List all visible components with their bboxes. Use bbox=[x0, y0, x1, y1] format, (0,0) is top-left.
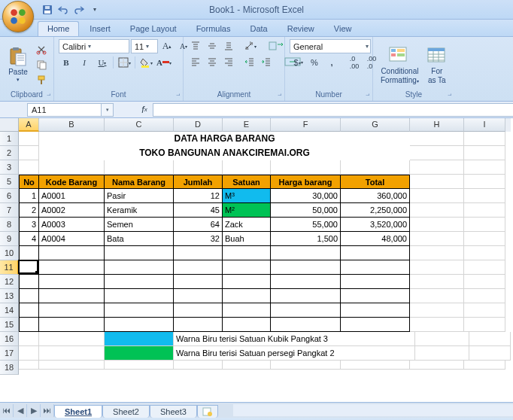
horizontal-scrollbar[interactable] bbox=[233, 404, 513, 416]
cell[interactable]: A0004 bbox=[39, 232, 105, 246]
cell[interactable] bbox=[223, 318, 271, 332]
cell[interactable] bbox=[410, 289, 464, 303]
header-kode[interactable]: Kode Barang bbox=[39, 175, 105, 189]
cell[interactable] bbox=[341, 160, 410, 175]
cell[interactable] bbox=[464, 318, 505, 332]
header-nama[interactable]: Nama Barang bbox=[105, 175, 174, 189]
cell[interactable] bbox=[19, 361, 39, 370]
align-right-button[interactable] bbox=[221, 55, 236, 68]
row-header[interactable]: 14 bbox=[0, 303, 19, 318]
row-header[interactable]: 12 bbox=[0, 275, 19, 289]
new-sheet-button[interactable] bbox=[197, 405, 218, 418]
accounting-format-button[interactable]: $▾ bbox=[290, 56, 305, 69]
cell[interactable] bbox=[341, 303, 410, 318]
row-header[interactable]: 8 bbox=[0, 218, 19, 232]
row-header[interactable]: 2 bbox=[0, 146, 19, 160]
cell[interactable] bbox=[410, 146, 464, 160]
redo-icon[interactable] bbox=[73, 4, 85, 16]
cell[interactable] bbox=[464, 260, 505, 275]
col-header[interactable]: C bbox=[105, 118, 174, 132]
cell[interactable] bbox=[464, 246, 505, 260]
cell[interactable] bbox=[341, 361, 410, 370]
tab-view[interactable]: View bbox=[325, 22, 361, 36]
cell[interactable]: 1 bbox=[19, 189, 39, 203]
font-name-combo[interactable]: Calibri▾ bbox=[59, 39, 129, 53]
align-top-button[interactable] bbox=[188, 39, 203, 53]
header-total[interactable]: Total bbox=[341, 175, 410, 189]
cell[interactable]: M³ bbox=[223, 189, 271, 203]
comma-style-button[interactable]: , bbox=[324, 56, 339, 69]
tab-formulas[interactable]: Formulas bbox=[187, 22, 240, 36]
row-header[interactable]: 18 bbox=[0, 361, 19, 375]
row-header[interactable]: 13 bbox=[0, 289, 19, 303]
cell[interactable] bbox=[271, 260, 341, 275]
cell[interactable] bbox=[464, 275, 505, 289]
cell[interactable]: 1,500 bbox=[271, 232, 341, 246]
col-header[interactable]: A bbox=[19, 118, 39, 132]
cell[interactable]: 2,250,000 bbox=[341, 203, 410, 218]
cell[interactable] bbox=[19, 246, 39, 260]
name-box[interactable]: A11 bbox=[27, 103, 102, 117]
cell[interactable] bbox=[223, 275, 271, 289]
cell[interactable]: Zack bbox=[223, 218, 271, 232]
cell[interactable] bbox=[469, 346, 511, 361]
legend-text-blue[interactable]: Warna Biru terisi Satuan Kubik Pangkat 3 bbox=[174, 332, 415, 346]
row-header[interactable]: 17 bbox=[0, 346, 19, 361]
cell[interactable] bbox=[39, 361, 105, 370]
cell[interactable] bbox=[39, 289, 105, 303]
save-icon[interactable] bbox=[41, 4, 53, 16]
cell[interactable] bbox=[39, 332, 105, 346]
cell[interactable] bbox=[19, 346, 39, 361]
cell[interactable] bbox=[223, 246, 271, 260]
row-header[interactable]: 7 bbox=[0, 203, 19, 218]
italic-button[interactable]: I bbox=[77, 56, 92, 69]
cell[interactable] bbox=[174, 289, 223, 303]
cell[interactable] bbox=[39, 275, 105, 289]
cell[interactable]: Pasir bbox=[105, 189, 174, 203]
cell[interactable] bbox=[410, 260, 464, 275]
cell[interactable] bbox=[271, 318, 341, 332]
cell[interactable] bbox=[19, 289, 39, 303]
cell[interactable] bbox=[410, 132, 464, 146]
cell[interactable] bbox=[39, 160, 105, 175]
cell[interactable] bbox=[341, 275, 410, 289]
cell[interactable] bbox=[464, 146, 505, 160]
cell[interactable] bbox=[410, 189, 464, 203]
cell[interactable]: A0003 bbox=[39, 218, 105, 232]
cell[interactable] bbox=[415, 346, 469, 361]
sheet-nav-prev[interactable]: ◀ bbox=[14, 404, 27, 417]
cell[interactable] bbox=[410, 232, 464, 246]
cell[interactable]: Semen bbox=[105, 218, 174, 232]
sheet-nav-next[interactable]: ▶ bbox=[27, 404, 41, 417]
cell[interactable]: 48,000 bbox=[341, 232, 410, 246]
cell[interactable] bbox=[105, 289, 174, 303]
cell[interactable] bbox=[39, 318, 105, 332]
cell[interactable]: Keramik bbox=[105, 203, 174, 218]
font-size-combo[interactable]: 11▾ bbox=[131, 39, 158, 53]
sheet-nav-first[interactable]: ⏮ bbox=[0, 404, 14, 417]
qat-customize-icon[interactable]: ▾ bbox=[89, 4, 101, 16]
sheet-tab-1[interactable]: Sheet1 bbox=[54, 405, 102, 418]
cell[interactable] bbox=[223, 361, 271, 370]
row-header[interactable]: 16 bbox=[0, 332, 19, 346]
cell[interactable] bbox=[271, 289, 341, 303]
subtitle-cell[interactable]: TOKO BANGUNAN ANAKCIREMAI.ORG bbox=[39, 146, 410, 160]
cell[interactable]: 12 bbox=[174, 189, 223, 203]
align-bottom-button[interactable] bbox=[221, 39, 236, 53]
cell[interactable] bbox=[39, 303, 105, 318]
title-cell[interactable]: DATA HARGA BARANG bbox=[39, 132, 410, 146]
cell[interactable] bbox=[19, 260, 39, 275]
cell[interactable] bbox=[174, 160, 223, 175]
cell[interactable] bbox=[271, 361, 341, 370]
row-header[interactable]: 11 bbox=[0, 260, 19, 275]
cell[interactable] bbox=[464, 175, 505, 189]
cell[interactable] bbox=[105, 260, 174, 275]
cell[interactable] bbox=[464, 203, 505, 218]
format-as-table-button[interactable]: For as Ta bbox=[424, 44, 450, 86]
cell[interactable]: Buah bbox=[223, 232, 271, 246]
cell[interactable] bbox=[19, 160, 39, 175]
cell[interactable] bbox=[341, 289, 410, 303]
col-header[interactable]: I bbox=[464, 118, 505, 132]
header-harga[interactable]: Harga barang bbox=[271, 175, 341, 189]
header-satuan[interactable]: Satuan bbox=[223, 175, 271, 189]
